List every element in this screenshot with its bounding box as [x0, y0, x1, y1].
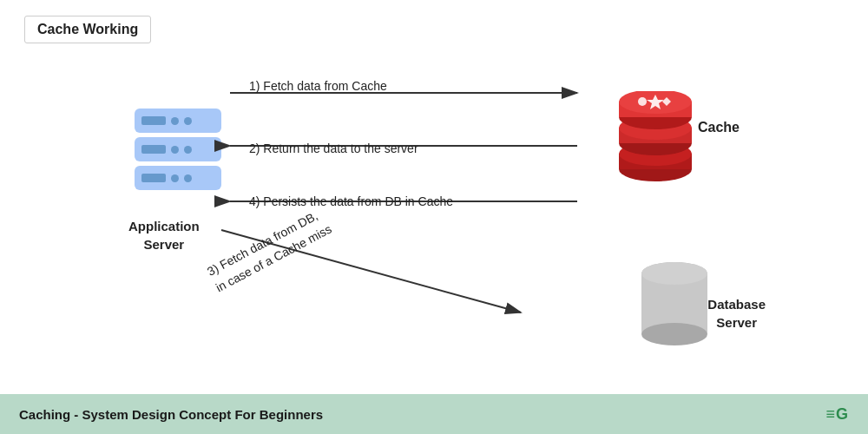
footer: Caching - System Design Concept For Begi… — [0, 394, 868, 434]
page-title: Cache Working — [24, 16, 151, 43]
footer-text: Caching - System Design Concept For Begi… — [19, 407, 323, 422]
app-server-label: ApplicationServer — [128, 217, 200, 253]
step1-label: 1) Fetch data from Cache — [249, 79, 387, 93]
app-server-icon — [135, 108, 221, 194]
svg-point-15 — [641, 262, 707, 285]
db-server-label: DatabaseServer — [707, 295, 766, 332]
cache-label: Cache — [698, 120, 740, 135]
cache-icon — [612, 91, 699, 187]
step2-label: 2) Return the data to the server — [249, 141, 418, 155]
db-icon — [635, 256, 713, 352]
svg-point-10 — [638, 97, 647, 106]
footer-logo: ≡G — [825, 405, 849, 424]
step3-label: 3) Fetch data from DB, in case of a Cach… — [204, 204, 335, 297]
svg-point-14 — [641, 323, 707, 345]
step4-label: 4) Persists the data from DB in Cache — [249, 194, 453, 208]
